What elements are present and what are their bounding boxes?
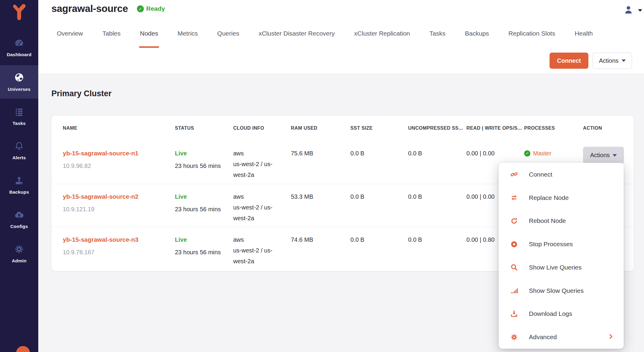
- node-actions-menu: Connect Replace Node Reboot Node: [499, 163, 624, 349]
- sidebar-item-label: Tasks: [13, 121, 26, 126]
- sidebar-item-backups[interactable]: Backups: [0, 168, 38, 202]
- menu-item-reboot-node[interactable]: Reboot Node: [499, 209, 624, 233]
- sidebar-item-alerts[interactable]: Alerts: [0, 134, 38, 167]
- menu-item-label: Show Slow Queries: [529, 287, 584, 294]
- sidebar-item-label: Dashboard: [7, 52, 32, 57]
- column-header-cloud-info[interactable]: CLOUD INFO: [233, 126, 291, 131]
- menu-item-show-slow-queries[interactable]: Show Slow Queries: [499, 279, 624, 302]
- check-circle-icon: ✓: [524, 150, 530, 157]
- universe-actions-button[interactable]: Actions: [593, 53, 632, 69]
- cloud-provider: aws: [233, 148, 287, 159]
- node-status: Live: [175, 191, 229, 202]
- node-status: Live: [175, 148, 229, 159]
- cell-action: Actions: [583, 148, 634, 164]
- cell-status: Live 23 hours 56 mins: [175, 234, 233, 258]
- cloud-region: us-west-2 / us-west-2a: [233, 159, 276, 180]
- upload-icon: [14, 175, 25, 187]
- connect-button[interactable]: Connect: [550, 53, 588, 69]
- column-header-ram-used[interactable]: RAM USED: [291, 126, 350, 131]
- sidebar: Dashboard Universes: [0, 0, 38, 352]
- yugabyte-logo-icon[interactable]: [0, 4, 38, 21]
- node-actions-button[interactable]: Actions: [583, 147, 624, 164]
- menu-item-replace-node[interactable]: Replace Node: [499, 186, 624, 209]
- node-uptime: 23 hours 56 mins: [175, 247, 229, 258]
- tab-tables[interactable]: Tables: [103, 30, 121, 37]
- cloud-provider: aws: [233, 234, 287, 245]
- cell-uncompressed: 0.0 B: [408, 234, 466, 245]
- tab-xcluster-replication[interactable]: xCluster Replication: [354, 30, 410, 37]
- stop-icon: [510, 240, 518, 248]
- node-ip: 10.9.121.19: [63, 204, 171, 215]
- cell-sst-size: 0.0 B: [350, 148, 408, 159]
- node-name-link[interactable]: yb-15-sagrawal-source-n3: [63, 234, 171, 245]
- menu-item-label: Download Logs: [529, 310, 572, 317]
- menu-item-label: Reboot Node: [529, 217, 566, 224]
- column-header-sst-size[interactable]: SST SIZE: [350, 126, 408, 131]
- cell-uncompressed: 0.0 B: [408, 148, 466, 159]
- menu-item-stop-processes[interactable]: Stop Processes: [499, 232, 624, 256]
- node-uptime: 23 hours 56 mins: [175, 204, 229, 215]
- column-header-name[interactable]: NAME: [63, 126, 175, 131]
- tab-queries[interactable]: Queries: [217, 30, 239, 37]
- chevron-right-icon: [608, 333, 614, 341]
- swap-icon: [510, 194, 518, 202]
- menu-item-label: Connect: [529, 171, 552, 178]
- list-icon: [14, 107, 25, 118]
- gauge-icon: [14, 38, 25, 49]
- column-header-action[interactable]: ACTION: [583, 126, 634, 131]
- cell-ram-used: 53.3 MB: [291, 191, 350, 202]
- cell-name: yb-15-sagrawal-source-n3 10.9.78.167: [63, 234, 175, 258]
- sidebar-item-label: Alerts: [12, 155, 26, 160]
- sidebar-item-label: Admin: [12, 258, 26, 264]
- sidebar-item-dashboard[interactable]: Dashboard: [0, 31, 38, 64]
- column-header-read-write[interactable]: READ | WRITE OPS/S...: [466, 126, 524, 131]
- menu-item-connect[interactable]: Connect: [499, 163, 624, 186]
- tab-health[interactable]: Health: [575, 30, 593, 37]
- master-process-link[interactable]: Master: [533, 148, 551, 159]
- menu-item-label: Advanced: [529, 333, 557, 341]
- menu-item-advanced[interactable]: Advanced: [499, 325, 624, 349]
- column-header-uncompressed[interactable]: UNCOMPRESSED SS...: [408, 126, 466, 131]
- cell-uncompressed: 0.0 B: [408, 191, 466, 202]
- menu-item-label: Stop Processes: [529, 241, 573, 248]
- cell-ram-used: 74.6 MB: [291, 234, 350, 245]
- tab-tasks[interactable]: Tasks: [429, 30, 445, 37]
- tab-overview[interactable]: Overview: [57, 30, 83, 37]
- sidebar-item-tasks[interactable]: Tasks: [0, 100, 38, 133]
- column-header-status[interactable]: STATUS: [175, 126, 233, 131]
- sidebar-item-configs[interactable]: Configs: [0, 203, 38, 236]
- tab-xcluster-disaster-recovery[interactable]: xCluster Disaster Recovery: [259, 30, 335, 37]
- download-icon: [510, 310, 518, 318]
- node-ip: 10.9.96.82: [63, 160, 171, 171]
- user-menu[interactable]: [624, 4, 642, 16]
- help-badge-icon[interactable]: [16, 346, 30, 352]
- sidebar-item-label: Configs: [10, 224, 28, 229]
- user-icon: [624, 4, 633, 16]
- cell-status: Live 23 hours 56 mins: [175, 191, 233, 215]
- universe-detail-page: Dashboard Universes: [0, 0, 644, 352]
- node-name-link[interactable]: yb-15-sagrawal-source-n2: [63, 191, 171, 202]
- tab-backups[interactable]: Backups: [465, 30, 489, 37]
- cell-sst-size: 0.0 B: [350, 234, 408, 245]
- column-header-processes[interactable]: PROCESSES: [524, 126, 583, 131]
- cell-cloud-info: aws us-west-2 / us-west-2a: [233, 234, 291, 267]
- gear-icon: [14, 244, 25, 255]
- cell-cloud-info: aws us-west-2 / us-west-2a: [233, 148, 291, 180]
- page-title: sagrawal-source: [51, 3, 128, 14]
- node-ip: 10.9.78.167: [63, 247, 171, 258]
- universe-title-row: sagrawal-source ✓ Ready: [51, 3, 165, 14]
- cell-status: Live 23 hours 56 mins: [175, 148, 233, 171]
- node-uptime: 23 hours 56 mins: [175, 160, 229, 171]
- tab-metrics[interactable]: Metrics: [178, 30, 198, 37]
- node-name-link[interactable]: yb-15-sagrawal-source-n1: [63, 148, 171, 159]
- tab-nodes[interactable]: Nodes: [140, 30, 158, 37]
- menu-item-download-logs[interactable]: Download Logs: [499, 302, 624, 326]
- cell-read-write: 0.00 | 0.00: [466, 148, 524, 159]
- status-label: Ready: [146, 5, 165, 12]
- caret-down-icon: [638, 9, 642, 12]
- tab-replication-slots[interactable]: Replication Slots: [509, 30, 555, 37]
- sidebar-item-admin[interactable]: Admin: [0, 237, 38, 270]
- menu-item-show-live-queries[interactable]: Show Live Queries: [499, 256, 624, 279]
- sidebar-item-universes[interactable]: Universes: [0, 65, 38, 99]
- caret-down-icon: [622, 59, 626, 62]
